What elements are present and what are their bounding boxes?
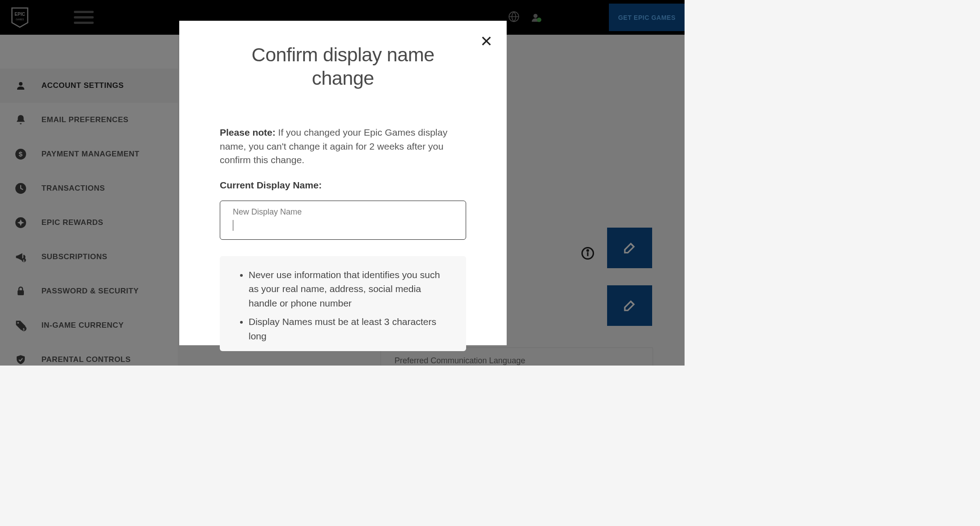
- modal-note: Please note: If you changed your Epic Ga…: [220, 126, 466, 167]
- close-button[interactable]: [481, 35, 492, 49]
- tip-item: Never use information that identifies yo…: [249, 268, 450, 311]
- confirm-display-name-modal: Confirm display name change Please note:…: [179, 21, 507, 345]
- tip-item: Display Names must be at least 3 charact…: [249, 315, 450, 343]
- close-icon: [481, 35, 492, 47]
- modal-tips-box: Never use information that identifies yo…: [220, 256, 466, 352]
- modal-title: Confirm display name change: [220, 43, 466, 90]
- display-name-input-wrapper[interactable]: New Display Name: [220, 201, 466, 240]
- current-display-name-label: Current Display Name:: [220, 180, 466, 191]
- input-float-label: New Display Name: [233, 207, 453, 217]
- new-display-name-input[interactable]: [233, 220, 453, 230]
